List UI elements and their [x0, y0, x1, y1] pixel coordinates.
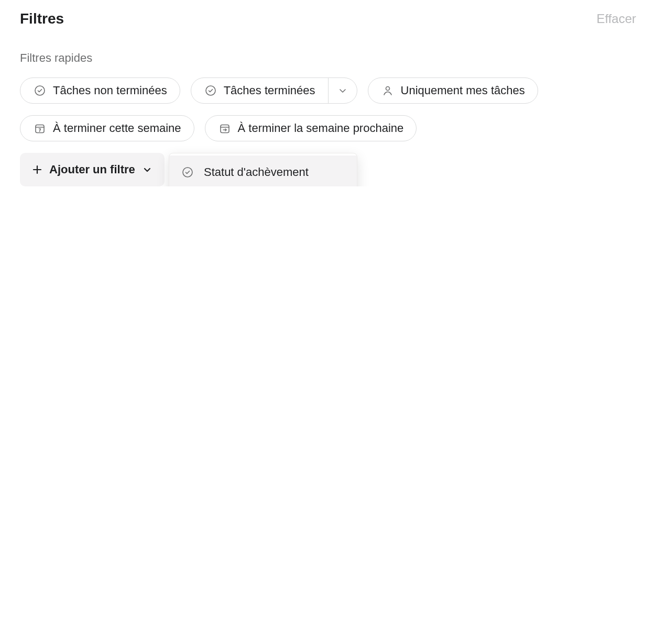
menu-item-label: Statut d'achèvement — [204, 165, 309, 179]
chip-complete-tasks[interactable]: Tâches terminées — [191, 78, 328, 103]
menu-item-completion-status[interactable]: Statut d'achèvement — [169, 156, 357, 186]
filters-panel: Filtres Effacer Filtres rapides Tâches n… — [0, 0, 656, 186]
chip-complete-tasks-dropdown[interactable] — [328, 78, 357, 103]
chip-complete-tasks-group: Tâches terminées — [191, 77, 357, 104]
chevron-down-icon — [336, 84, 349, 97]
check-circle-icon — [181, 165, 194, 179]
quick-filters-row-2: À terminer cette semaine À terminer la s… — [20, 115, 636, 141]
header: Filtres Effacer — [20, 10, 636, 27]
person-icon — [381, 84, 395, 97]
filter-dropdown: Statut d'achèvement Responsable Date de … — [169, 153, 357, 186]
chip-incomplete-tasks[interactable]: Tâches non terminées — [20, 77, 180, 104]
add-filter-container: Ajouter un filtre Statut d'achèvement Re… — [20, 153, 636, 186]
panel-title: Filtres — [20, 10, 64, 27]
add-filter-label: Ajouter un filtre — [49, 163, 135, 176]
check-circle-icon — [204, 84, 217, 97]
chip-label: Tâches terminées — [224, 84, 315, 97]
chip-label: Tâches non terminées — [53, 84, 167, 97]
plus-icon — [30, 163, 44, 176]
clear-button[interactable]: Effacer — [596, 12, 636, 26]
chip-due-next-week[interactable]: À terminer la semaine prochaine — [205, 115, 417, 141]
check-circle-icon — [33, 84, 47, 97]
quick-filters-label: Filtres rapides — [20, 51, 636, 65]
chip-label: À terminer cette semaine — [53, 121, 181, 135]
calendar-arrow-icon — [218, 121, 232, 135]
calendar-7-icon — [33, 121, 47, 135]
add-filter-button[interactable]: Ajouter un filtre — [20, 153, 165, 186]
quick-filters-row-1: Tâches non terminées Tâches terminées Un… — [20, 77, 636, 104]
chevron-down-icon — [140, 163, 154, 176]
chip-due-this-week[interactable]: À terminer cette semaine — [20, 115, 194, 141]
chip-label: À terminer la semaine prochaine — [238, 121, 404, 135]
chip-my-tasks[interactable]: Uniquement mes tâches — [368, 77, 538, 104]
chip-label: Uniquement mes tâches — [401, 84, 525, 97]
